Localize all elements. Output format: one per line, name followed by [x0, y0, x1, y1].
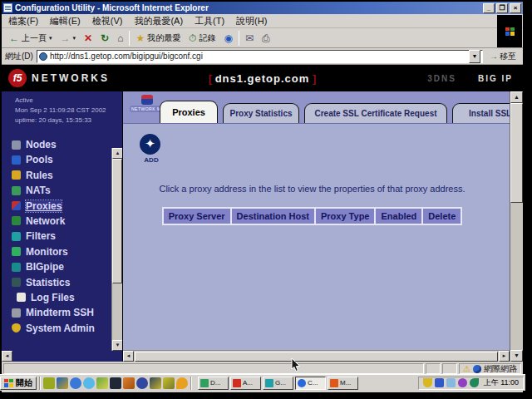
- quick-launch-icon[interactable]: [83, 377, 95, 389]
- close-button[interactable]: ×: [510, 3, 521, 13]
- add-proxy-button[interactable]: ✦ ADD: [140, 134, 163, 164]
- scroll-down-icon[interactable]: ▼: [112, 340, 123, 351]
- task-buttons: D... A... G... C... M...: [198, 377, 358, 390]
- ie-throbber-logo: [497, 15, 522, 47]
- sidebar-item-proxies[interactable]: Proxies: [12, 200, 122, 212]
- scroll-up-icon[interactable]: ▲: [510, 91, 523, 103]
- forward-button[interactable]: → ▾: [58, 32, 79, 45]
- media-button[interactable]: ◉: [222, 32, 235, 45]
- forward-dropdown-icon[interactable]: ▾: [73, 33, 76, 43]
- status-panel: [442, 363, 457, 374]
- horizontal-scrollbar[interactable]: ◄ ►: [123, 350, 510, 362]
- scroll-right-icon[interactable]: ►: [499, 351, 510, 362]
- mail-button[interactable]: ✉: [243, 32, 256, 45]
- refresh-button[interactable]: ↻: [98, 32, 111, 45]
- task-button[interactable]: A...: [230, 377, 261, 390]
- menu-view[interactable]: 檢視(V): [92, 15, 123, 27]
- sidebar-item-filters[interactable]: Filters: [12, 230, 122, 242]
- sidebar-item-log-files[interactable]: Log Files: [12, 292, 122, 303]
- quick-launch-icon[interactable]: [163, 377, 175, 389]
- taskbar-divider: [39, 377, 41, 390]
- menu-help[interactable]: 說明(H): [236, 15, 267, 27]
- scrollbar-thumb[interactable]: [510, 103, 523, 203]
- sidebar-item-nats[interactable]: NATs: [12, 185, 122, 196]
- back-dropdown-icon[interactable]: ▾: [49, 33, 52, 43]
- quick-launch-icon[interactable]: [176, 377, 188, 389]
- scroll-left-icon[interactable]: ◄: [123, 351, 134, 362]
- sidebar-scrollbar[interactable]: ▲ ▼: [111, 148, 122, 351]
- sidebar-item-mindterm-ssh[interactable]: Mindterm SSH: [12, 307, 122, 318]
- tab-create-ssl-certificate-request[interactable]: Create SSL Certificate Request: [304, 103, 447, 123]
- print-button[interactable]: ⎙: [259, 32, 273, 45]
- task-button[interactable]: D...: [198, 377, 229, 390]
- url-input[interactable]: [50, 52, 466, 61]
- navigation-sidebar: Active Mon Sep 2 11:09:28 CST 2002 uptim…: [2, 91, 123, 362]
- scrollbar-thumb[interactable]: [112, 159, 122, 283]
- quick-launch-icon[interactable]: [123, 377, 135, 389]
- column-header-proxy-server: Proxy Server: [164, 209, 230, 224]
- back-button[interactable]: ← 上一頁 ▾: [7, 31, 55, 46]
- favorites-button[interactable]: ★ 我的最愛: [133, 31, 183, 46]
- tab-proxies[interactable]: Proxies: [160, 101, 218, 123]
- sidebar-item-network[interactable]: Network: [12, 215, 122, 227]
- favorites-icon: ★: [135, 33, 145, 43]
- tray-icon[interactable]: [435, 378, 444, 387]
- scroll-down-icon[interactable]: ▼: [510, 350, 523, 362]
- history-button[interactable]: ⏱ 記錄: [186, 31, 218, 46]
- quick-launch-icon[interactable]: [43, 377, 55, 389]
- sidebar-item-system-admin[interactable]: System Admin: [12, 323, 122, 334]
- history-icon: ⏱: [189, 33, 196, 43]
- quick-launch-icon[interactable]: [57, 377, 68, 389]
- task-button-active[interactable]: C...: [295, 377, 326, 390]
- media-icon: ◉: [224, 33, 233, 43]
- address-dropdown-icon[interactable]: ▼: [469, 50, 480, 63]
- quick-launch-icon[interactable]: [150, 377, 161, 389]
- tray-icon[interactable]: [470, 378, 479, 387]
- stop-button[interactable]: ✕: [81, 32, 95, 45]
- tab-install-ssl-certificate[interactable]: Install SSL Certif: [452, 103, 510, 123]
- scrollbar-thumb[interactable]: [135, 352, 498, 362]
- restore-button[interactable]: ❐: [496, 3, 508, 13]
- start-button[interactable]: 開始: [0, 377, 37, 390]
- scroll-left-icon[interactable]: ◄: [2, 351, 12, 362]
- task-button[interactable]: G...: [263, 377, 293, 390]
- sidebar-item-statistics[interactable]: Statistics: [12, 277, 122, 288]
- menu-edit[interactable]: 編輯(E): [50, 15, 81, 27]
- system-admin-icon: [12, 323, 21, 332]
- add-icon[interactable]: ✦: [140, 134, 160, 155]
- sidebar-item-monitors[interactable]: Monitors: [12, 246, 122, 258]
- sidebar-item-pools[interactable]: Pools: [12, 154, 122, 165]
- windows-flag-icon: [505, 27, 515, 36]
- print-icon: ⎙: [262, 33, 270, 43]
- quick-launch-icon[interactable]: [110, 377, 121, 389]
- sidebar-item-rules[interactable]: Rules: [12, 170, 122, 181]
- tray-icon[interactable]: [446, 378, 456, 387]
- menu-favorites[interactable]: 我的最愛(A): [134, 15, 183, 27]
- tray-icon[interactable]: [423, 378, 432, 387]
- home-button[interactable]: ⌂: [115, 32, 126, 45]
- menu-tools[interactable]: 工具(T): [195, 15, 224, 27]
- page-vertical-scrollbar[interactable]: ▲ ▼: [510, 91, 523, 362]
- monitors-icon: [12, 247, 21, 256]
- minimize-button[interactable]: _: [483, 3, 495, 13]
- home-icon: ⌂: [117, 33, 123, 43]
- menu-file[interactable]: 檔案(F): [8, 15, 38, 27]
- sidebar-item-bigpipe[interactable]: BIGpipe: [12, 261, 122, 273]
- quick-launch-icon[interactable]: [96, 377, 108, 389]
- tray-icon[interactable]: [458, 378, 467, 387]
- sidebar-item-nodes[interactable]: Nodes: [12, 139, 122, 150]
- quick-launch-icon[interactable]: [136, 377, 148, 389]
- nodes-icon: [12, 140, 21, 150]
- tab-proxy-statistics[interactable]: Proxy Statistics: [223, 103, 299, 123]
- address-field[interactable]: ▼: [37, 50, 483, 63]
- refresh-icon: ↻: [101, 33, 109, 43]
- content-frame: NETWORK MAP Proxies Proxy Statistics Cre…: [123, 91, 510, 362]
- quick-launch-icon[interactable]: [70, 377, 81, 389]
- tab-strip: NETWORK MAP Proxies Proxy Statistics Cre…: [123, 91, 510, 124]
- scroll-up-icon[interactable]: ▲: [112, 148, 123, 159]
- stop-icon: ✕: [84, 33, 92, 43]
- go-button[interactable]: → 移至: [486, 51, 520, 62]
- task-icon: [298, 379, 306, 387]
- task-button[interactable]: M...: [328, 377, 358, 390]
- bracket-right: ]: [313, 72, 316, 85]
